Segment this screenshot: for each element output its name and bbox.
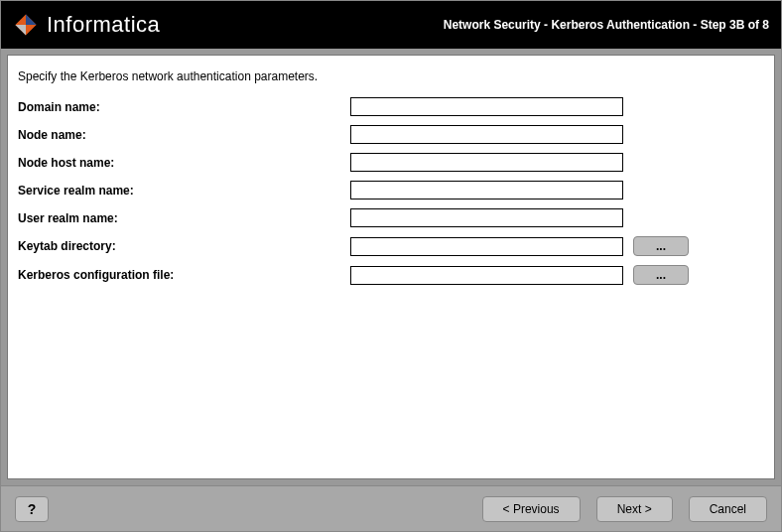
label-service-realm-name: Service realm name: — [18, 184, 350, 198]
row-user-realm-name: User realm name: — [18, 208, 764, 227]
wizard-step-title: Network Security - Kerberos Authenticati… — [444, 18, 769, 32]
brand: Informatica — [13, 12, 160, 38]
informatica-logo-icon — [13, 12, 39, 38]
browse-kerberos-config-file-button[interactable]: ... — [633, 265, 689, 285]
input-user-realm-name[interactable] — [350, 208, 623, 227]
svg-marker-2 — [15, 25, 26, 36]
label-node-host-name: Node host name: — [18, 156, 350, 170]
label-keytab-directory: Keytab directory: — [18, 239, 350, 253]
input-service-realm-name[interactable] — [350, 181, 623, 200]
label-node-name: Node name: — [18, 128, 350, 142]
label-kerberos-config-file: Kerberos configuration file: — [18, 268, 350, 282]
cancel-button[interactable]: Cancel — [689, 496, 767, 522]
row-keytab-directory: Keytab directory: ... — [18, 236, 764, 256]
previous-button[interactable]: < Previous — [482, 496, 581, 522]
row-node-name: Node name: — [18, 125, 764, 144]
input-domain-name[interactable] — [350, 97, 623, 116]
input-kerberos-config-file[interactable] — [350, 266, 623, 285]
row-kerberos-config-file: Kerberos configuration file: ... — [18, 265, 764, 285]
svg-marker-1 — [26, 14, 37, 25]
label-user-realm-name: User realm name: — [18, 211, 350, 225]
brand-name: Informatica — [47, 12, 160, 38]
row-service-realm-name: Service realm name: — [18, 181, 764, 200]
footer-bar: ? < Previous Next > Cancel — [1, 485, 781, 531]
content-panel: Specify the Kerberos network authenticat… — [7, 55, 775, 479]
row-domain-name: Domain name: — [18, 97, 764, 116]
help-button[interactable]: ? — [15, 496, 49, 522]
row-node-host-name: Node host name: — [18, 153, 764, 172]
next-button[interactable]: Next > — [596, 496, 673, 522]
label-domain-name: Domain name: — [18, 100, 350, 114]
help-icon: ? — [28, 501, 37, 517]
input-node-name[interactable] — [350, 125, 623, 144]
wizard-window: Informatica Network Security - Kerberos … — [0, 0, 782, 532]
instruction-text: Specify the Kerberos network authenticat… — [18, 69, 764, 83]
input-keytab-directory[interactable] — [350, 237, 623, 256]
content-wrapper: Specify the Kerberos network authenticat… — [1, 49, 781, 485]
input-node-host-name[interactable] — [350, 153, 623, 172]
browse-keytab-directory-button[interactable]: ... — [633, 236, 689, 256]
header-bar: Informatica Network Security - Kerberos … — [1, 1, 781, 49]
